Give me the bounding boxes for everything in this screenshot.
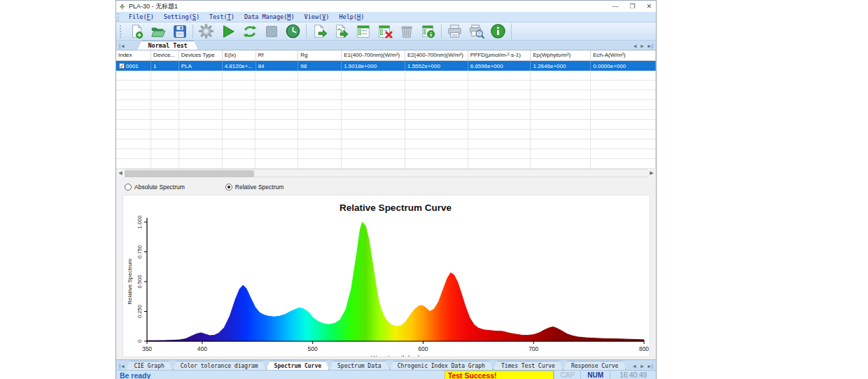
toolbar bbox=[116, 22, 656, 41]
column-header[interactable]: PPFD(μmol/m-²·s-1) bbox=[468, 50, 531, 60]
data-list-button[interactable] bbox=[352, 23, 374, 40]
save-button[interactable] bbox=[169, 23, 190, 40]
table-cell: 1.2646e+000 bbox=[531, 61, 591, 71]
horizontal-scrollbar[interactable]: ◀ ▶ bbox=[116, 169, 656, 177]
save-floppy-icon bbox=[172, 24, 188, 39]
tab-times-test-curve[interactable]: Times Test Curve bbox=[493, 361, 563, 370]
close-button[interactable]: ✕ bbox=[646, 3, 652, 10]
tab-spectrum-data[interactable]: Spectrum Data bbox=[330, 361, 389, 370]
record-info-button[interactable] bbox=[417, 23, 439, 40]
export-data-button[interactable] bbox=[330, 23, 352, 40]
table-cell: 1 bbox=[151, 61, 179, 71]
first-sheet-icon[interactable]: |◀ bbox=[116, 43, 126, 50]
status-message: Be ready bbox=[116, 371, 444, 379]
last-tab-icon[interactable]: ▶| bbox=[646, 364, 656, 370]
print-preview-icon bbox=[468, 23, 484, 39]
table-cell: 6.6596e+000 bbox=[468, 61, 531, 71]
menu-bar: File(F)Setting(S)Test(T)Data Manage(M)Vi… bbox=[116, 12, 656, 22]
toolbar-grip-icon bbox=[118, 13, 121, 21]
column-header[interactable]: E(lx) bbox=[223, 50, 256, 60]
column-header[interactable]: Rf bbox=[256, 50, 299, 60]
settings-button[interactable] bbox=[195, 23, 217, 40]
svg-text:0.500: 0.500 bbox=[136, 275, 143, 289]
column-header[interactable]: Rg bbox=[298, 50, 342, 60]
column-header[interactable]: Devices Type bbox=[179, 50, 223, 60]
clock-icon bbox=[285, 23, 301, 39]
timing-test-button[interactable] bbox=[282, 23, 304, 40]
spectrum-panel: Absolute SpectrumRelative Spectrum Relat… bbox=[116, 177, 656, 359]
column-header[interactable]: Index bbox=[116, 50, 151, 60]
tab-spectrum-curve[interactable]: Spectrum Curve bbox=[267, 361, 329, 370]
table-cell: 4.8120e+... bbox=[223, 61, 256, 71]
start-test-button[interactable] bbox=[217, 23, 239, 40]
empty-table-row bbox=[116, 100, 656, 110]
open-folder-icon bbox=[150, 24, 166, 39]
scrollbar-thumb[interactable] bbox=[125, 170, 254, 177]
last-sheet-icon[interactable]: ▶| bbox=[646, 43, 656, 50]
next-tab-icon[interactable]: ▶ bbox=[638, 364, 645, 370]
table-empty-grid bbox=[116, 71, 656, 169]
trash-icon bbox=[399, 24, 414, 39]
menu-test[interactable]: Test(T) bbox=[204, 13, 239, 21]
toolbar-grip-icon bbox=[120, 25, 123, 38]
tab-color-tolerance-diagram[interactable]: Color tolerance diagram bbox=[173, 361, 266, 370]
print-button[interactable] bbox=[444, 23, 465, 40]
prev-tab-icon[interactable]: ◀ bbox=[631, 364, 638, 370]
menu-setting[interactable]: Setting(S) bbox=[159, 13, 204, 21]
app-window: PLA-30 - 无标题1 — ❐ ✕ File(F)Setting(S)Tes… bbox=[115, 0, 657, 379]
column-header[interactable]: Ech-A(W/m²) bbox=[591, 50, 656, 60]
svg-text:0.250: 0.250 bbox=[136, 305, 143, 318]
menu-data-manage[interactable]: Data Manage(M) bbox=[239, 13, 300, 21]
column-header[interactable]: E1(400-700nm)(W/m²) bbox=[342, 50, 405, 60]
new-document-button[interactable] bbox=[125, 23, 147, 40]
print-preview-button[interactable] bbox=[465, 23, 487, 40]
svg-text:800: 800 bbox=[639, 345, 649, 352]
next-sheet-icon[interactable]: ▶ bbox=[638, 43, 645, 50]
restore-button[interactable]: ❐ bbox=[629, 3, 635, 10]
empty-table-row bbox=[116, 149, 656, 159]
svg-text:350: 350 bbox=[142, 345, 152, 352]
export-report-button[interactable] bbox=[309, 23, 330, 40]
scroll-right-icon[interactable]: ▶ bbox=[648, 169, 656, 177]
new-document-icon bbox=[129, 24, 144, 39]
tab-normal-test[interactable]: Normal Test bbox=[137, 41, 197, 50]
table-cell: ✓0001 bbox=[116, 61, 151, 71]
spectrum-chart: Relative Spectrum Curve 350 400 500 600 … bbox=[122, 195, 650, 357]
column-header[interactable]: E2(400-700nm)(W/m²) bbox=[405, 50, 468, 60]
chart-title: Relative Spectrum Curve bbox=[340, 202, 451, 213]
radio-relative-spectrum[interactable]: Relative Spectrum bbox=[225, 184, 284, 191]
row-checkbox[interactable]: ✓ bbox=[119, 63, 125, 69]
export-curve-icon bbox=[334, 24, 349, 39]
column-header[interactable]: Ep(Wphyto/m²) bbox=[531, 50, 591, 60]
export-document-icon bbox=[312, 24, 328, 39]
radio-unselected-icon[interactable] bbox=[125, 184, 132, 191]
stop-test-button[interactable] bbox=[260, 23, 282, 40]
delete-all-button[interactable] bbox=[396, 23, 417, 40]
table-row[interactable]: ✓00011PLA4.8120e+...84981.5018e+0001.555… bbox=[116, 61, 656, 71]
table-header: IndexDevice...Devices TypeE(lx)RfRgE1(40… bbox=[116, 50, 656, 61]
svg-text:500: 500 bbox=[308, 345, 318, 352]
checklist-delete-icon bbox=[377, 24, 393, 39]
tab-chrogenic-index-data-graph[interactable]: Chrogenic Index Data Graph bbox=[390, 361, 493, 370]
tab-cie-graph[interactable]: CIE Graph bbox=[126, 361, 172, 370]
about-button[interactable] bbox=[487, 23, 509, 40]
menu-help[interactable]: Help(H) bbox=[334, 13, 369, 21]
radio-selected-icon[interactable] bbox=[225, 184, 232, 191]
prev-sheet-icon[interactable]: ◀ bbox=[631, 43, 638, 50]
delete-record-button[interactable] bbox=[374, 23, 396, 40]
tab-response-curve[interactable]: Response Curve bbox=[564, 361, 626, 370]
menu-view[interactable]: View(V) bbox=[300, 13, 335, 21]
toolbar-separator bbox=[192, 25, 193, 39]
first-tab-icon[interactable]: |◀ bbox=[116, 364, 126, 370]
title-bar: PLA-30 - 无标题1 — ❐ ✕ bbox=[116, 1, 656, 12]
toolbar-separator bbox=[511, 23, 512, 40]
minimize-button[interactable]: — bbox=[612, 3, 618, 10]
menu-file[interactable]: File(F) bbox=[124, 13, 159, 21]
scroll-left-icon[interactable]: ◀ bbox=[116, 169, 125, 177]
svg-text:0.750: 0.750 bbox=[136, 245, 143, 259]
column-header[interactable]: Device... bbox=[151, 50, 179, 60]
radio-absolute-spectrum[interactable]: Absolute Spectrum bbox=[125, 184, 185, 191]
continuous-test-button[interactable] bbox=[239, 23, 260, 40]
open-file-button[interactable] bbox=[147, 23, 169, 40]
gear-icon bbox=[198, 23, 214, 39]
